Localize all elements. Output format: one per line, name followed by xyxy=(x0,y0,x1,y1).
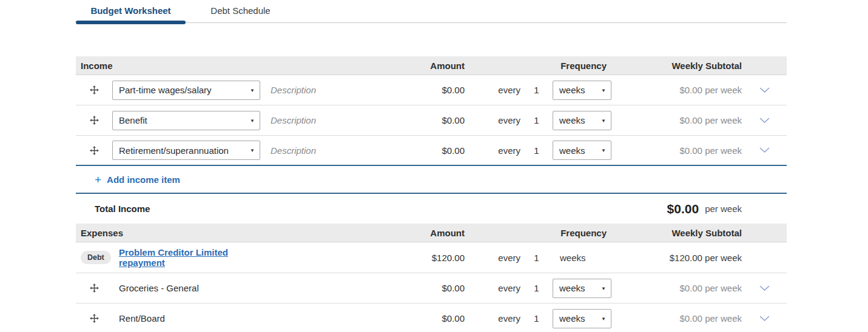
move-icon[interactable] xyxy=(89,145,99,156)
budget-worksheet-page: Budget Worksheet Debt Schedule Income Am… xyxy=(76,0,787,332)
frequency-column-header: Frequency xyxy=(465,228,611,238)
interval-input[interactable] xyxy=(527,85,547,95)
chevron-down-icon[interactable] xyxy=(757,313,772,324)
amount-value[interactable]: $0.00 xyxy=(392,85,465,95)
interval-input[interactable] xyxy=(527,145,547,156)
move-icon[interactable] xyxy=(89,313,99,324)
every-label: every xyxy=(465,283,520,293)
tab-label: Debt Schedule xyxy=(210,5,270,16)
frequency-unit-value: weeks xyxy=(553,253,611,263)
debt-expense-row: Debt Problem Creditor Limited repayment … xyxy=(76,242,787,273)
interval-input[interactable] xyxy=(527,115,547,125)
income-row: Retirement/superannuation ▼ $0.00 every … xyxy=(76,136,787,166)
total-income-row: Total Income $0.00 per week xyxy=(76,194,787,224)
frequency-unit-select[interactable]: weeks ▼ xyxy=(553,141,611,160)
income-row: Benefit ▼ $0.00 every weeks ▼ $0.00 per … xyxy=(76,105,787,136)
debt-badge: Debt xyxy=(81,251,111,264)
amount-column-header: Amount xyxy=(392,228,465,238)
income-category-select[interactable]: Part-time wages/salary ▼ xyxy=(112,81,260,100)
every-label: every xyxy=(465,253,520,263)
expenses-section-header: Expenses Amount Frequency Weekly Subtota… xyxy=(76,224,787,242)
amount-value[interactable]: $0.00 xyxy=(392,283,465,293)
amount-value: $120.00 xyxy=(392,253,465,263)
move-icon[interactable] xyxy=(89,283,99,293)
weekly-subtotal-value: $0.00 per week xyxy=(611,283,742,293)
total-income-label: Total Income xyxy=(76,204,150,214)
every-label: every xyxy=(465,85,520,95)
frequency-unit-select[interactable]: weeks ▼ xyxy=(553,309,611,328)
weekly-subtotal-value: $0.00 per week xyxy=(611,85,742,95)
weekly-subtotal-value: $120.00 per week xyxy=(611,253,742,263)
weekly-subtotal-value: $0.00 per week xyxy=(611,313,742,324)
expenses-title: Expenses xyxy=(76,228,392,238)
every-label: every xyxy=(465,313,520,324)
add-income-item-button[interactable]: + Add income item xyxy=(95,174,180,185)
expense-row: Rent/Board $0.00 every weeks ▼ $0.00 per… xyxy=(76,304,787,332)
move-icon[interactable] xyxy=(89,85,99,95)
chevron-down-icon[interactable] xyxy=(757,283,772,294)
chevron-down-icon[interactable] xyxy=(757,145,772,156)
plus-icon: + xyxy=(95,174,101,185)
active-tab-underline xyxy=(76,21,186,24)
every-label: every xyxy=(465,145,520,156)
chevron-down-icon[interactable] xyxy=(757,115,772,126)
weekly-subtotal-value: $0.00 per week xyxy=(611,115,742,125)
weekly-subtotal-column-header: Weekly Subtotal xyxy=(611,61,742,71)
frequency-unit-select[interactable]: weeks ▼ xyxy=(553,279,611,298)
expense-category-label: Groceries - General xyxy=(112,283,260,293)
income-section-header: Income Amount Frequency Weekly Subtotal xyxy=(76,56,787,75)
problem-creditor-link[interactable]: Problem Creditor Limited repayment xyxy=(119,247,228,268)
expense-category-label: Rent/Board xyxy=(112,313,260,324)
income-title: Income xyxy=(76,61,392,71)
chevron-down-icon[interactable] xyxy=(757,85,772,96)
interval-input[interactable] xyxy=(527,313,547,324)
tab-bar: Budget Worksheet Debt Schedule xyxy=(76,0,787,23)
weekly-subtotal-column-header: Weekly Subtotal xyxy=(611,228,742,238)
frequency-unit-select[interactable]: weeks ▼ xyxy=(553,81,611,100)
interval-input[interactable] xyxy=(527,283,547,293)
total-income-amount: $0.00 xyxy=(667,202,699,216)
tab-label: Budget Worksheet xyxy=(90,5,170,16)
every-label: every xyxy=(465,115,520,125)
add-income-item-label: Add income item xyxy=(107,174,180,185)
amount-value[interactable]: $0.00 xyxy=(392,115,465,125)
income-category-select[interactable]: Retirement/superannuation ▼ xyxy=(112,141,260,160)
amount-column-header: Amount xyxy=(392,61,465,71)
description-input[interactable] xyxy=(271,85,392,95)
move-icon[interactable] xyxy=(89,115,99,125)
amount-value[interactable]: $0.00 xyxy=(392,313,465,324)
weekly-subtotal-value: $0.00 per week xyxy=(611,145,742,156)
interval-value: 1 xyxy=(520,253,553,263)
amount-value[interactable]: $0.00 xyxy=(392,145,465,156)
income-category-select[interactable]: Benefit ▼ xyxy=(112,111,260,130)
frequency-column-header: Frequency xyxy=(465,61,611,71)
description-input[interactable] xyxy=(271,145,392,156)
tab-budget-worksheet[interactable]: Budget Worksheet xyxy=(76,0,186,22)
tab-debt-schedule[interactable]: Debt Schedule xyxy=(186,0,295,22)
frequency-unit-select[interactable]: weeks ▼ xyxy=(553,111,611,130)
income-row: Part-time wages/salary ▼ $0.00 every wee… xyxy=(76,75,787,105)
total-income-suffix: per week xyxy=(705,204,742,214)
description-input[interactable] xyxy=(271,115,392,125)
expense-row: Groceries - General $0.00 every weeks ▼ … xyxy=(76,273,787,304)
add-income-row: + Add income item xyxy=(76,166,787,194)
